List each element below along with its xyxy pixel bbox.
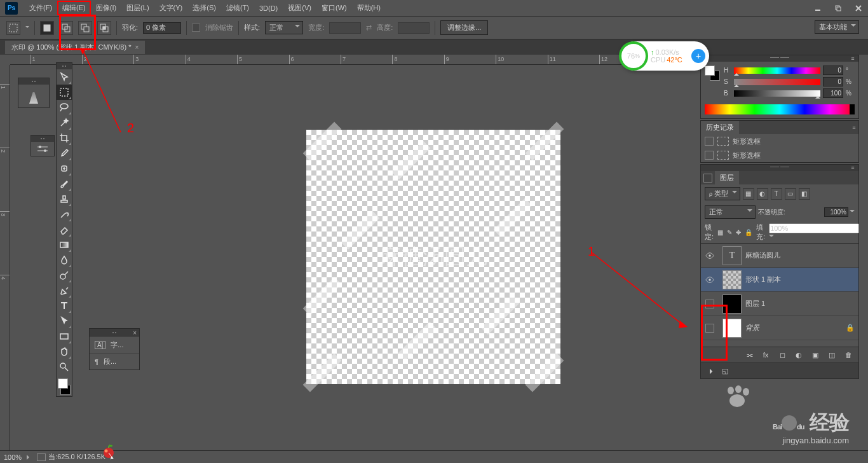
gradient-tool-icon[interactable] bbox=[57, 237, 72, 252]
refine-edge-button[interactable]: 调整边缘... bbox=[440, 20, 488, 35]
fx-icon[interactable]: fx bbox=[761, 350, 771, 360]
horizontal-ruler[interactable]: 012345678910111213 bbox=[10, 55, 703, 65]
vertical-ruler[interactable]: 01234 bbox=[0, 65, 10, 450]
hue-slider[interactable] bbox=[734, 67, 820, 74]
layer-row[interactable]: 图层 1 bbox=[701, 292, 858, 316]
new-layer-icon[interactable]: ◫ bbox=[827, 350, 837, 360]
minimize-icon[interactable] bbox=[808, 2, 827, 15]
zoom-dropdown-icon[interactable] bbox=[27, 455, 32, 460]
menu-window[interactable]: 窗口(W) bbox=[316, 1, 352, 15]
close-icon[interactable] bbox=[849, 2, 868, 15]
spectrum-picker[interactable] bbox=[705, 104, 855, 114]
dodge-tool-icon[interactable] bbox=[57, 268, 72, 283]
filter-combo[interactable]: ρ 类型 bbox=[705, 187, 740, 200]
doc-info[interactable]: 当:625.0 K/126.5K bbox=[48, 452, 105, 462]
lasso-tool-icon[interactable] bbox=[57, 100, 72, 115]
menu-help[interactable]: 帮助(H) bbox=[352, 1, 386, 15]
selection-new-icon[interactable] bbox=[40, 21, 54, 35]
dropdown-icon[interactable] bbox=[769, 235, 774, 240]
rect-marquee-tool-icon[interactable] bbox=[57, 85, 72, 100]
sat-input[interactable] bbox=[823, 77, 843, 86]
style-combo[interactable]: 正常 bbox=[265, 21, 303, 34]
panel-menu-icon[interactable]: ≡ bbox=[848, 55, 857, 62]
blur-tool-icon[interactable] bbox=[57, 252, 72, 268]
lock-pixels-icon[interactable]: ✎ bbox=[727, 228, 732, 237]
link-layers-icon[interactable]: ⫘ bbox=[744, 350, 754, 360]
group-icon[interactable]: ▣ bbox=[810, 350, 820, 360]
fg-color[interactable] bbox=[58, 378, 68, 389]
history-item[interactable]: 矩形选框 bbox=[701, 148, 858, 162]
maximize-icon[interactable] bbox=[829, 2, 848, 15]
panel-handle[interactable]: ≡ bbox=[701, 55, 858, 62]
panel-menu-icon[interactable]: ≡ bbox=[848, 165, 857, 171]
sat-slider[interactable] bbox=[734, 79, 820, 85]
trash-icon[interactable]: 🗑 bbox=[843, 350, 853, 360]
history-item[interactable]: 矩形选框 bbox=[701, 134, 858, 148]
layers-tab[interactable]: 图层 bbox=[715, 171, 739, 184]
paragraph-button[interactable]: ¶段... bbox=[90, 353, 139, 370]
bri-input[interactable] bbox=[823, 88, 843, 98]
menu-3d[interactable]: 3D(D) bbox=[254, 2, 283, 15]
stamp-tool-icon[interactable] bbox=[57, 191, 72, 207]
toggle-icon[interactable] bbox=[703, 174, 712, 183]
menu-select[interactable]: 选择(S) bbox=[187, 1, 221, 15]
document-tab[interactable]: 水印 @ 100% (形状 1 副本, CMYK/8) * × bbox=[5, 41, 145, 54]
close-panel-icon[interactable]: × bbox=[133, 329, 137, 336]
props-icon[interactable]: ◱ bbox=[720, 366, 730, 376]
lock-pos-icon[interactable]: ✥ bbox=[736, 228, 741, 237]
filter-smart-icon[interactable]: ◧ bbox=[799, 188, 810, 200]
crop-tool-icon[interactable] bbox=[57, 130, 72, 146]
move-tool-icon[interactable] bbox=[57, 69, 72, 85]
layer-row[interactable]: 形状 1 副本 bbox=[701, 268, 858, 292]
bri-slider[interactable] bbox=[734, 90, 820, 97]
selection-intersect-icon[interactable] bbox=[97, 21, 111, 35]
eraser-tool-icon[interactable] bbox=[57, 222, 72, 237]
filter-type-icon[interactable]: T bbox=[771, 188, 782, 200]
system-monitor-widget[interactable]: 76% ↑0.03K/s CPU 42°C + bbox=[620, 41, 709, 71]
adjustment-icon[interactable]: ◐ bbox=[794, 350, 804, 360]
menu-view[interactable]: 视图(V) bbox=[283, 1, 316, 15]
visibility-toggle[interactable] bbox=[701, 324, 719, 333]
current-tool-icon[interactable] bbox=[6, 21, 20, 35]
close-tab-icon[interactable]: × bbox=[135, 44, 139, 51]
selection-add-icon[interactable] bbox=[59, 21, 73, 35]
magic-wand-tool-icon[interactable] bbox=[57, 115, 72, 130]
pen-tool-icon[interactable] bbox=[57, 283, 72, 298]
lock-all-icon[interactable]: 🔒 bbox=[745, 228, 752, 237]
add-icon[interactable]: + bbox=[691, 49, 705, 63]
brush-tool-icon[interactable] bbox=[57, 176, 72, 191]
canvas[interactable]: 麻糖汤圆儿 bbox=[306, 130, 560, 384]
selection-subtract-icon[interactable] bbox=[78, 21, 92, 35]
filter-adjust-icon[interactable]: ◐ bbox=[757, 188, 768, 200]
menu-file[interactable]: 文件(F) bbox=[24, 1, 57, 15]
visibility-toggle[interactable] bbox=[701, 251, 719, 260]
filter-pixel-icon[interactable]: ▦ bbox=[743, 188, 754, 200]
filter-shape-icon[interactable]: ▭ bbox=[785, 188, 796, 200]
timeline-icon[interactable]: ⏵ bbox=[706, 366, 716, 376]
toolbox-handle[interactable] bbox=[57, 63, 72, 69]
menu-filter[interactable]: 滤镜(T) bbox=[221, 1, 254, 15]
healing-brush-tool-icon[interactable] bbox=[57, 161, 72, 176]
brush-preset-panel[interactable] bbox=[18, 78, 50, 108]
zoom-level[interactable]: 100% bbox=[4, 453, 22, 461]
path-select-tool-icon[interactable] bbox=[57, 314, 72, 329]
mask-icon[interactable]: ◻ bbox=[777, 350, 787, 360]
layer-row[interactable]: 背景 🔒 bbox=[701, 316, 858, 340]
history-brush-tool-icon[interactable] bbox=[57, 207, 72, 222]
visibility-toggle[interactable] bbox=[701, 300, 719, 308]
workspace-switcher[interactable]: 基本功能 bbox=[815, 20, 859, 34]
color-swatch-icon[interactable] bbox=[705, 66, 720, 81]
panel-menu-icon[interactable]: ≡ bbox=[850, 125, 858, 131]
dropdown-icon[interactable] bbox=[850, 210, 855, 215]
history-tab[interactable]: 历史记录 bbox=[701, 121, 739, 134]
hand-tool-icon[interactable] bbox=[57, 344, 72, 359]
eyedropper-tool-icon[interactable] bbox=[57, 146, 72, 161]
menu-edit[interactable]: 编辑(E) bbox=[57, 1, 91, 15]
menu-type[interactable]: 文字(Y) bbox=[154, 1, 188, 15]
panel-handle[interactable]: ≡ bbox=[701, 165, 858, 171]
zoom-tool-icon[interactable] bbox=[57, 359, 72, 375]
hue-input[interactable] bbox=[823, 66, 843, 75]
menu-layer[interactable]: 图层(L) bbox=[121, 1, 154, 15]
opacity-input[interactable] bbox=[824, 207, 848, 217]
character-button[interactable]: A|字... bbox=[90, 336, 139, 353]
